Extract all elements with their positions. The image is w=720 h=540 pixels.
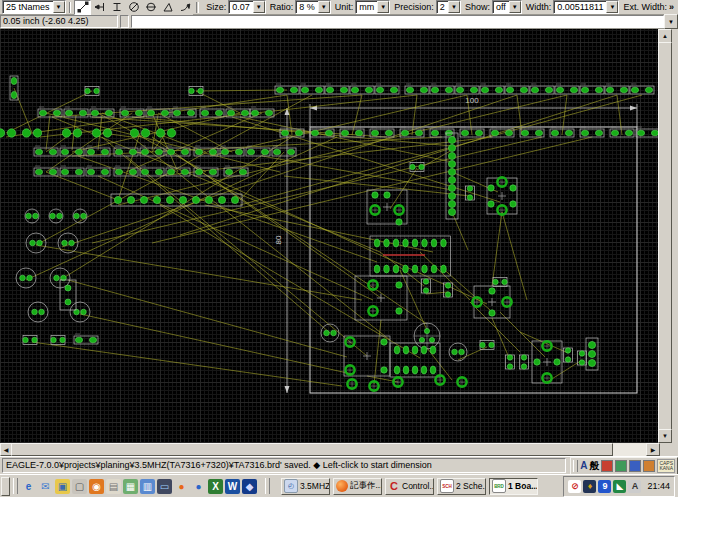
precision-label: Precision:: [394, 2, 434, 12]
quicklaunch-outlook-express-icon[interactable]: ✉: [38, 479, 53, 494]
vertical-scrollbar[interactable]: ▲ ▼: [658, 29, 672, 443]
unit-combo[interactable]: mm▼: [355, 0, 390, 14]
dimension-angle-button[interactable]: [159, 0, 176, 15]
ime-pad-icon[interactable]: [629, 460, 641, 472]
taskbar-button-control-[interactable]: CControl...: [385, 478, 434, 495]
quicklaunch-msn-icon[interactable]: ●: [191, 479, 206, 494]
dimension-leader-icon: [179, 1, 191, 13]
dimension-diameter-icon: [145, 1, 157, 13]
sch-icon: SCH: [440, 479, 454, 493]
scrollbar-corner: [660, 443, 678, 456]
parameter-toolbar: 25 tNames ▼ Size:0.07▼Ratio:8 %▼Unit:mm▼…: [0, 0, 678, 15]
horizontal-scrollbar[interactable]: ◀ ▶: [0, 443, 660, 456]
quicklaunch-window-app-icon[interactable]: ▢: [72, 479, 87, 494]
coordinate-display: 0.05 inch (-2.60 4.25): [0, 15, 118, 28]
layer-combo-dropdown-icon[interactable]: ▼: [53, 1, 65, 13]
status-bar: EAGLE-7.0.0¥projects¥planing¥3.5MHZ(TA73…: [0, 456, 678, 474]
command-history-dropdown-icon[interactable]: ▼: [664, 14, 678, 29]
command-input[interactable]: [131, 15, 664, 28]
show-dropdown-icon[interactable]: ▼: [509, 1, 521, 13]
dimension-leader-button[interactable]: [176, 0, 193, 15]
toolbar-overflow-chevron[interactable]: »: [669, 2, 674, 12]
dimension-parameter-fields: Size:0.07▼Ratio:8 %▼Unit:mm▼Precision:2▼…: [202, 0, 619, 14]
dimension-line-button[interactable]: [74, 0, 91, 15]
dimension-tool-buttons: [74, 0, 193, 15]
quicklaunch-internet-explorer-icon[interactable]: e: [21, 479, 36, 494]
quicklaunch-monitor-app-icon[interactable]: ▭: [157, 479, 172, 494]
taskbar-button-label: 2 Sche...: [456, 481, 486, 491]
dimension-horizontal-button[interactable]: [91, 0, 108, 15]
show-combo[interactable]: off▼: [492, 0, 522, 14]
width-dropdown-icon[interactable]: ▼: [606, 1, 618, 13]
system-tray: ⊘♦9◣A 21:44: [563, 476, 675, 497]
taskband-grip[interactable]: [265, 478, 270, 494]
messenger-icon[interactable]: 9: [598, 480, 611, 493]
dimension-angle-icon: [162, 1, 174, 13]
scroll-down-icon[interactable]: ▼: [658, 429, 672, 443]
dimension-radius-button[interactable]: [125, 0, 142, 15]
ime-tools-icon[interactable]: [601, 460, 613, 472]
size-label: Size:: [206, 2, 226, 12]
layer-combo-value: 25 tNames: [3, 2, 53, 12]
scroll-up-icon[interactable]: ▲: [658, 29, 672, 43]
vertical-scroll-thumb[interactable]: [658, 42, 672, 430]
quicklaunch-media-player-icon[interactable]: ◉: [89, 479, 104, 494]
ime-language-bar[interactable]: A 般 CAPSKANA: [570, 457, 678, 475]
layer-combo[interactable]: 25 tNames ▼: [2, 0, 66, 14]
quicklaunch-grip[interactable]: [13, 478, 18, 494]
size-dropdown-icon[interactable]: ▼: [253, 1, 265, 13]
ime-pen-icon[interactable]: [615, 460, 627, 472]
unit-dropdown-icon[interactable]: ▼: [377, 1, 389, 13]
taskbar-edge-stub: [1, 477, 10, 496]
ratio-dropdown-icon[interactable]: ▼: [318, 1, 330, 13]
horizontal-scroll-thumb[interactable]: [11, 443, 613, 456]
unit-value: mm: [356, 2, 377, 12]
taskbar-button-1-boa-[interactable]: BRD1 Boa...: [489, 478, 538, 495]
quicklaunch-display-app-icon[interactable]: ▥: [140, 479, 155, 494]
quicklaunch-excel-icon[interactable]: X: [208, 479, 223, 494]
taskbar-clock: 21:44: [647, 481, 670, 491]
tray-icons: ⊘♦9◣A: [568, 480, 641, 493]
taskbar-button--[interactable]: 記事作...: [333, 478, 382, 495]
size-value: 0.07: [229, 2, 253, 12]
quicklaunch-image-app-icon[interactable]: ▦: [123, 479, 138, 494]
dimension-vertical-button[interactable]: [108, 0, 125, 15]
command-bar: 0.05 inch (-2.60 4.25) ▼: [0, 15, 678, 29]
quicklaunch-finance-app-icon[interactable]: ◆: [242, 479, 257, 494]
control-c-icon: C: [388, 480, 400, 492]
brd-icon: BRD: [492, 479, 506, 493]
svg-text:80: 80: [274, 235, 283, 244]
dimension-line-icon: [77, 1, 89, 13]
quicklaunch-picture-viewer-icon[interactable]: ▣: [55, 479, 70, 494]
ime-input-mode[interactable]: A: [580, 461, 587, 471]
quicklaunch-folder-window-icon[interactable]: ▤: [106, 479, 121, 494]
antivirus-disabled-icon[interactable]: ⊘: [568, 480, 581, 493]
magnifier-icon: ◴: [284, 479, 298, 493]
scroll-right-icon[interactable]: ▶: [646, 443, 660, 456]
size-combo[interactable]: 0.07▼: [228, 0, 266, 14]
pcb-drawing: 10080: [0, 29, 658, 443]
eagle-board-window: 25 tNames ▼ Size:0.07▼Ratio:8 %▼Unit:mm▼…: [0, 0, 678, 497]
quicklaunch-word-icon[interactable]: W: [225, 479, 240, 494]
taskbar-button-label: 1 Boa...: [508, 481, 538, 491]
show-label: Show:: [465, 2, 490, 12]
width-combo[interactable]: 0.00511811▼: [553, 0, 619, 14]
ratio-value: 8 %: [296, 2, 318, 12]
status-message: EAGLE-7.0.0¥projects¥planing¥3.5MHZ(TA73…: [2, 458, 566, 473]
taskbar-button-2-sche-[interactable]: SCH2 Sche...: [437, 478, 486, 495]
taskbar-button-3-5mhz-[interactable]: ◴3.5MHZ...: [281, 478, 330, 495]
dimension-radius-icon: [128, 1, 140, 13]
quicklaunch-firefox-icon[interactable]: ●: [174, 479, 189, 494]
pcb-canvas[interactable]: 10080: [0, 29, 658, 443]
precision-dropdown-icon[interactable]: ▼: [448, 1, 460, 13]
network-status-icon[interactable]: ◣: [613, 480, 626, 493]
ime-conversion-mode[interactable]: 般: [589, 461, 599, 471]
security-shield-icon[interactable]: ♦: [583, 480, 596, 493]
task-buttons: ◴3.5MHZ...記事作...CControl...SCH2 Sche...B…: [281, 478, 538, 495]
ratio-combo[interactable]: 8 %▼: [295, 0, 331, 14]
ime-keyboard-icon[interactable]: A: [628, 480, 641, 493]
precision-combo[interactable]: 2▼: [436, 0, 461, 14]
ime-dict-icon[interactable]: [643, 460, 655, 472]
dimension-diameter-button[interactable]: [142, 0, 159, 15]
ime-grip[interactable]: [573, 460, 578, 472]
